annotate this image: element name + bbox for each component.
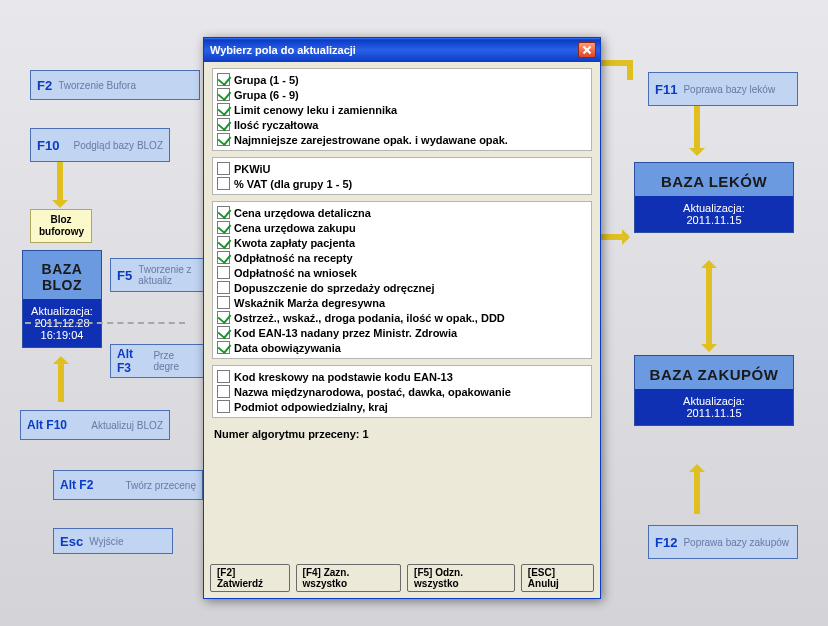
select-all-button[interactable]: [F4] Zazn. wszystko bbox=[296, 564, 402, 592]
check-row[interactable]: Odpłatność na wniosek bbox=[217, 265, 587, 280]
check-row[interactable]: Data obowiązywania bbox=[217, 340, 587, 355]
check-label: Cena urzędowa zakupu bbox=[234, 222, 356, 234]
checkbox[interactable] bbox=[217, 326, 230, 339]
checkbox[interactable] bbox=[217, 266, 230, 279]
check-row[interactable]: Podmiot odpowiedzialny, kraj bbox=[217, 399, 587, 414]
checkbox[interactable] bbox=[217, 400, 230, 413]
button-row: [F2] Zatwierdź [F4] Zazn. wszystko [F5] … bbox=[204, 560, 600, 598]
arrow-head-icon bbox=[689, 456, 705, 472]
check-label: Ostrzeż., wskaź., droga podania, ilość w… bbox=[234, 312, 505, 324]
f5-box[interactable]: F5 Tworzenie z aktualiz bbox=[110, 258, 205, 292]
checkbox[interactable] bbox=[217, 103, 230, 116]
baza-zakupow-sub: Aktualizacja: 2011.11.15 bbox=[635, 389, 793, 425]
arrow-head-icon bbox=[701, 344, 717, 360]
checkbox[interactable] bbox=[217, 177, 230, 190]
baza-bloz-title: BAZA BLOZ bbox=[23, 251, 101, 299]
arrow bbox=[627, 60, 633, 80]
arrow-head-icon bbox=[622, 229, 638, 245]
baza-bloz: BAZA BLOZ Aktualizacja: 2011.12.28 16:19… bbox=[22, 250, 102, 348]
check-row[interactable]: Cena urzędowa zakupu bbox=[217, 220, 587, 235]
confirm-button[interactable]: [F2] Zatwierdź bbox=[210, 564, 290, 592]
check-row[interactable]: % VAT (dla grupy 1 - 5) bbox=[217, 176, 587, 191]
check-label: Wskaźnik Marża degresywna bbox=[234, 297, 385, 309]
checkbox[interactable] bbox=[217, 251, 230, 264]
check-row[interactable]: Ostrzeż., wskaź., droga podania, ilość w… bbox=[217, 310, 587, 325]
checkbox[interactable] bbox=[217, 73, 230, 86]
checkbox[interactable] bbox=[217, 206, 230, 219]
checkbox[interactable] bbox=[217, 296, 230, 309]
deselect-all-button[interactable]: [F5] Odzn. wszystko bbox=[407, 564, 515, 592]
f11-key: F11 bbox=[655, 82, 677, 97]
arrow bbox=[694, 106, 700, 150]
altf2-box[interactable]: Alt F2 Twórz przecenę bbox=[53, 470, 203, 500]
f12-box[interactable]: F12 Poprawa bazy zakupów bbox=[648, 525, 798, 559]
check-row[interactable]: Kwota zapłaty pacjenta bbox=[217, 235, 587, 250]
checkbox[interactable] bbox=[217, 281, 230, 294]
altf2-desc: Twórz przecenę bbox=[99, 480, 196, 491]
baza-lekow: BAZA LEKÓW Aktualizacja: 2011.11.15 bbox=[634, 162, 794, 233]
checkbox[interactable] bbox=[217, 311, 230, 324]
check-row[interactable]: Ilość ryczałtowa bbox=[217, 117, 587, 132]
esc-box[interactable]: Esc Wyjście bbox=[53, 528, 173, 554]
f10-box[interactable]: F10 Podgląd bazy BLOZ bbox=[30, 128, 170, 162]
check-label: Ilość ryczałtowa bbox=[234, 119, 318, 131]
checkbox[interactable] bbox=[217, 133, 230, 146]
check-row[interactable]: Kod kreskowy na podstawie kodu EAN-13 bbox=[217, 369, 587, 384]
checkbox[interactable] bbox=[217, 341, 230, 354]
esc-desc: Wyjście bbox=[89, 536, 123, 547]
check-label: Kwota zapłaty pacjenta bbox=[234, 237, 355, 249]
checkbox[interactable] bbox=[217, 221, 230, 234]
f12-key: F12 bbox=[655, 535, 677, 550]
check-label: Dopuszczenie do sprzedaży odręcznej bbox=[234, 282, 435, 294]
check-label: Grupa (6 - 9) bbox=[234, 89, 299, 101]
check-row[interactable]: Najmniejsze zarejestrowane opak. i wydaw… bbox=[217, 132, 587, 147]
f10-key: F10 bbox=[37, 138, 59, 153]
check-row[interactable]: Dopuszczenie do sprzedaży odręcznej bbox=[217, 280, 587, 295]
checkbox[interactable] bbox=[217, 385, 230, 398]
check-row[interactable]: Wskaźnik Marża degresywna bbox=[217, 295, 587, 310]
arrow bbox=[57, 162, 63, 202]
baza-zakupow-title: BAZA ZAKUPÓW bbox=[635, 356, 793, 389]
arrow-head-icon bbox=[52, 200, 68, 216]
dialog-title: Wybierz pola do aktualizacji bbox=[210, 44, 578, 56]
check-label: Grupa (1 - 5) bbox=[234, 74, 299, 86]
check-row[interactable]: Limit cenowy leku i zamiennika bbox=[217, 102, 587, 117]
close-button[interactable] bbox=[578, 42, 596, 58]
check-label: Kod EAN-13 nadany przez Ministr. Zdrowia bbox=[234, 327, 457, 339]
check-label: % VAT (dla grupy 1 - 5) bbox=[234, 178, 352, 190]
check-label: Odpłatność na recepty bbox=[234, 252, 353, 264]
arrow-head-icon bbox=[701, 252, 717, 268]
check-label: Odpłatność na wniosek bbox=[234, 267, 357, 279]
check-row[interactable]: Kod EAN-13 nadany przez Ministr. Zdrowia bbox=[217, 325, 587, 340]
f10-desc: Podgląd bazy BLOZ bbox=[65, 140, 163, 151]
checkbox[interactable] bbox=[217, 162, 230, 175]
checkbox[interactable] bbox=[217, 370, 230, 383]
f11-box[interactable]: F11 Poprawa bazy leków bbox=[648, 72, 798, 106]
cancel-button[interactable]: [ESC] Anuluj bbox=[521, 564, 594, 592]
check-row[interactable]: Grupa (6 - 9) bbox=[217, 87, 587, 102]
altf10-key: Alt F10 bbox=[27, 418, 67, 432]
altf10-box[interactable]: Alt F10 Aktualizuj BLOZ bbox=[20, 410, 170, 440]
dashed-divider bbox=[25, 322, 185, 324]
check-group: PKWiU% VAT (dla grupy 1 - 5) bbox=[212, 157, 592, 195]
altf2-key: Alt F2 bbox=[60, 478, 93, 492]
arrow bbox=[600, 60, 630, 66]
baza-zakupow: BAZA ZAKUPÓW Aktualizacja: 2011.11.15 bbox=[634, 355, 794, 426]
checkbox[interactable] bbox=[217, 236, 230, 249]
f2-key: F2 bbox=[37, 78, 52, 93]
f5-key: F5 bbox=[117, 268, 132, 283]
check-label: Limit cenowy leku i zamiennika bbox=[234, 104, 397, 116]
check-label: Kod kreskowy na podstawie kodu EAN-13 bbox=[234, 371, 453, 383]
check-group: Kod kreskowy na podstawie kodu EAN-13Naz… bbox=[212, 365, 592, 418]
checkbox[interactable] bbox=[217, 118, 230, 131]
check-row[interactable]: Odpłatność na recepty bbox=[217, 250, 587, 265]
arrow-head-icon bbox=[689, 148, 705, 164]
check-row[interactable]: Grupa (1 - 5) bbox=[217, 72, 587, 87]
f2-box[interactable]: F2 Tworzenie Bufora bbox=[30, 70, 200, 100]
arrow bbox=[694, 470, 700, 514]
checkbox[interactable] bbox=[217, 88, 230, 101]
check-row[interactable]: PKWiU bbox=[217, 161, 587, 176]
altf3-box[interactable]: Alt F3 Prze degre bbox=[110, 344, 205, 378]
check-row[interactable]: Nazwa międzynarodowa, postać, dawka, opa… bbox=[217, 384, 587, 399]
check-row[interactable]: Cena urzędowa detaliczna bbox=[217, 205, 587, 220]
